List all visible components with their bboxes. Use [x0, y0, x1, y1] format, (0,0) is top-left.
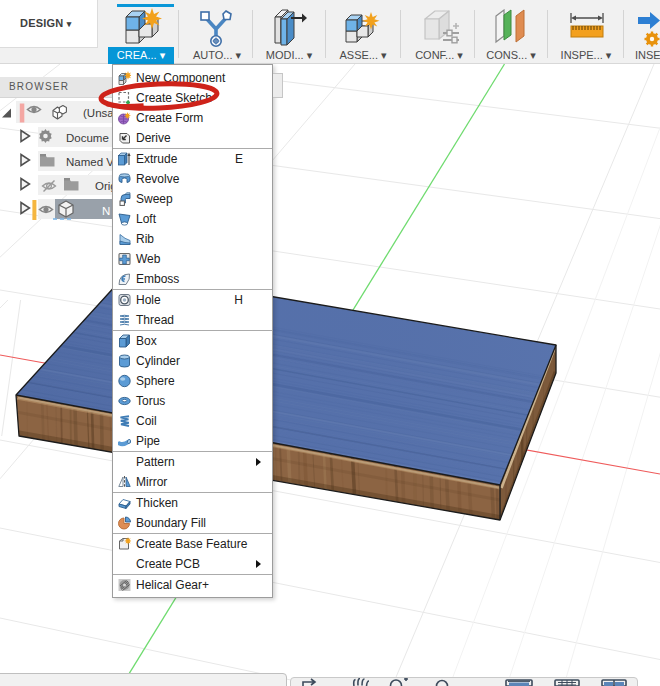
- svg-text:N: N: [102, 205, 110, 217]
- svg-text:Docume: Docume: [66, 132, 109, 144]
- svg-text:Named V: Named V: [66, 156, 114, 168]
